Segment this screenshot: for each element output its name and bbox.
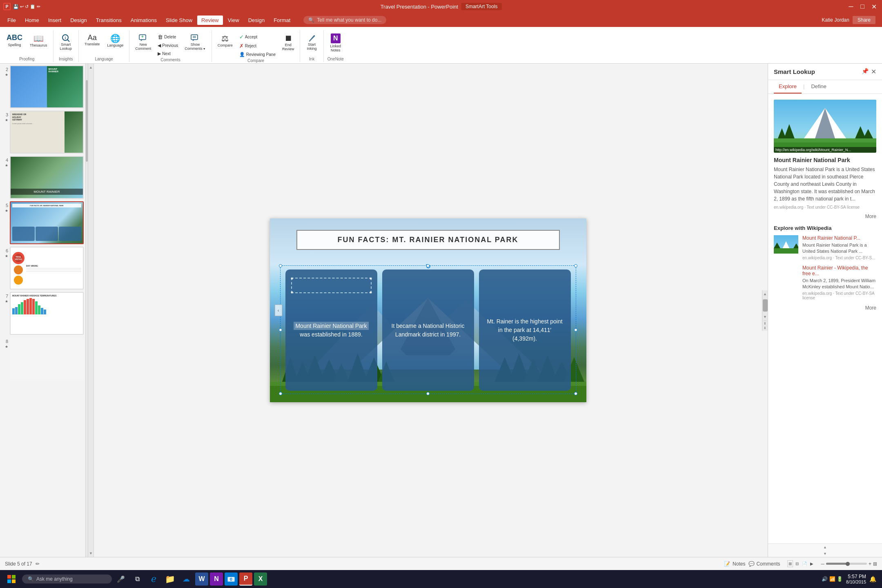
linked-notes-button[interactable]: N Linked Notes xyxy=(327,32,345,54)
fact-card-1[interactable]: Mount Rainier National Park was establis… xyxy=(285,270,377,391)
slide-thumb-4[interactable]: 4 ★ MOUNT RAINIER xyxy=(2,156,84,199)
fact-card-3[interactable]: Mt. Rainer is the highest point in the p… xyxy=(479,270,571,391)
menu-design2[interactable]: Design xyxy=(244,16,269,25)
thesaurus-button[interactable]: 📖 Thesaurus xyxy=(27,32,51,49)
close-button[interactable]: ✕ xyxy=(869,2,879,11)
sl-scroll-up[interactable]: ▲ xyxy=(822,544,828,550)
fact-card-2[interactable]: It became a National Historic Landmark d… xyxy=(382,270,474,391)
normal-view-btn[interactable]: ⊞ xyxy=(787,560,793,567)
vscroll-down[interactable]: ▼ xyxy=(763,315,767,319)
main-vscroll-left[interactable]: ▲ ▼ xyxy=(88,64,94,557)
taskbar-search[interactable]: 🔍 Ask me anything xyxy=(22,575,112,584)
taskbar-onedrive[interactable]: ☁ xyxy=(179,572,194,586)
slide-thumb-6[interactable]: 6 ★ TRAIL VISTAS DAY HIKIN xyxy=(2,247,84,290)
zoom-in-btn[interactable]: + xyxy=(869,561,871,567)
slideshow-btn[interactable]: ▶ xyxy=(809,561,814,567)
handle-tm[interactable] xyxy=(426,264,430,267)
end-review-button[interactable]: ⏹ End Review xyxy=(279,32,298,53)
scroll-next-page[interactable]: ⬇ xyxy=(764,326,766,330)
scroll-prev-page[interactable]: ⬆ xyxy=(764,322,766,325)
menu-view[interactable]: View xyxy=(224,16,243,25)
share-button[interactable]: Share xyxy=(853,16,875,24)
taskbar-edge[interactable]: ℯ xyxy=(146,572,161,586)
translate-button[interactable]: Aa Translate xyxy=(81,32,103,48)
comments-label[interactable]: Comments xyxy=(756,561,780,567)
zoom-level[interactable]: ⊞ xyxy=(873,561,877,567)
minimize-button[interactable]: ─ xyxy=(846,2,856,11)
sl-scroll-down[interactable]: ▼ xyxy=(822,550,828,557)
taskbar-outlook[interactable]: 📧 xyxy=(225,572,238,586)
menu-review[interactable]: Review xyxy=(197,16,223,25)
zoom-slider-thumb[interactable] xyxy=(846,562,850,566)
smartart-nav-left[interactable]: ‹ xyxy=(275,305,282,316)
task-view-button[interactable]: ⧉ xyxy=(130,572,145,586)
menu-format[interactable]: Format xyxy=(270,16,294,25)
show-comments-button[interactable]: Show Comments▼ xyxy=(181,32,209,52)
start-inking-button[interactable]: Start Inking xyxy=(303,32,320,52)
handle-tl[interactable] xyxy=(279,264,282,267)
handle-tr[interactable] xyxy=(574,264,577,267)
taskbar-explorer[interactable]: 📁 xyxy=(163,572,177,586)
slide-thumb-2[interactable]: 2 ★ MOUNTRAINIER xyxy=(2,65,84,108)
slide-thumb-3[interactable]: 3 ★ WEEKEND ORHOLIDAYGETAWAY Lorem ipsum… xyxy=(2,111,84,154)
main-slide[interactable]: FUN FACTS: MT. RAINIER NATIONAL PARK ↻ xyxy=(270,218,586,402)
new-comment-button[interactable]: + New Comment xyxy=(132,32,154,52)
notification-icon[interactable]: 🔔 xyxy=(869,576,876,582)
more-link-1[interactable]: More xyxy=(774,214,876,219)
tab-explore[interactable]: Explore xyxy=(774,80,802,94)
cortana-mic[interactable]: 🎤 xyxy=(114,572,128,586)
handle-br[interactable] xyxy=(574,392,577,395)
more-link-2[interactable]: More xyxy=(774,305,876,311)
tab-define[interactable]: Define xyxy=(806,80,831,94)
menu-insert[interactable]: Insert xyxy=(44,16,66,25)
next-button[interactable]: ▶ Next xyxy=(155,50,180,58)
menu-transitions[interactable]: Transitions xyxy=(92,16,126,25)
reading-view-btn[interactable]: 📄 xyxy=(801,561,808,567)
taskbar-excel[interactable]: X xyxy=(254,572,267,586)
spelling-button[interactable]: ABC Spelling xyxy=(3,32,26,49)
slide-sorter-btn[interactable]: ⊟ xyxy=(795,561,800,567)
accept-button[interactable]: ✓ Accept xyxy=(237,33,278,41)
delete-button[interactable]: 🗑 Delete xyxy=(155,33,180,41)
zoom-slider[interactable] xyxy=(826,563,867,565)
slide-thumb-7[interactable]: 7 ★ MOUNT RAINIER AVERAGE TEMPERATURES xyxy=(2,292,84,335)
menu-slideshow[interactable]: Slide Show xyxy=(162,16,196,25)
handle-bm[interactable] xyxy=(426,392,430,395)
maximize-button[interactable]: □ xyxy=(858,2,867,11)
slide-thumb-8[interactable]: 8 ★ xyxy=(2,337,84,380)
smart-lookup-close[interactable]: ✕ xyxy=(871,68,876,76)
status-bar-left: Slide 5 of 17 ✏ xyxy=(5,561,40,567)
taskbar-word[interactable]: W xyxy=(195,572,208,586)
search-icon: 🔍 xyxy=(308,17,314,23)
menu-animations[interactable]: Animations xyxy=(127,16,161,25)
wiki-result-2-title[interactable]: Mount Rainier - Wikipedia, the free e... xyxy=(802,265,876,276)
compare-button[interactable]: ⚖ Compare xyxy=(214,32,236,49)
zoom-out-btn[interactable]: ─ xyxy=(821,561,824,567)
scroll-up-arrow[interactable]: ▲ xyxy=(89,65,93,69)
menu-design[interactable]: Design xyxy=(66,16,91,25)
slide-thumb-5[interactable]: 5 ★ FUN FACTS: MT. RAINIER NATIONAL PARK xyxy=(2,201,84,244)
scroll-down-arrow[interactable]: ▼ xyxy=(89,551,93,555)
handle-bl[interactable] xyxy=(279,392,282,395)
taskbar-onenote[interactable]: N xyxy=(210,572,223,586)
smart-lookup-button[interactable]: i Smart Lookup xyxy=(57,32,76,52)
vscroll-up[interactable]: ▲ xyxy=(763,292,767,296)
tell-me-input[interactable]: 🔍 Tell me what you want to do... xyxy=(303,16,386,24)
previous-button[interactable]: ◀ Previous xyxy=(155,42,180,49)
title-bar: P 💾 ↩ ↺ 📋 ✏ Travel Presentation - PowerP… xyxy=(0,0,882,13)
notes-edit-icon[interactable]: ✏ xyxy=(36,561,40,567)
main-vscroll-right[interactable]: ▲ ▼ ⬆ ⬇ xyxy=(762,290,768,331)
reviewing-pane-button[interactable]: 👤 Reviewing Pane xyxy=(237,51,278,58)
taskbar-powerpoint[interactable]: P xyxy=(239,572,252,586)
reject-button[interactable]: ✗ Reject xyxy=(237,42,278,50)
language-button[interactable]: 🌐 Language xyxy=(104,32,127,49)
notes-label[interactable]: Notes xyxy=(733,561,745,567)
handle-mr[interactable] xyxy=(574,328,577,332)
menu-file[interactable]: File xyxy=(3,16,20,25)
language-label: Language xyxy=(81,57,127,62)
start-button[interactable] xyxy=(2,572,20,586)
wiki-result-1-title[interactable]: Mount Rainier National P... xyxy=(802,235,876,241)
smart-lookup-pin[interactable]: 📌 xyxy=(862,68,869,76)
handle-ml[interactable] xyxy=(279,328,282,332)
menu-home[interactable]: Home xyxy=(21,16,43,25)
